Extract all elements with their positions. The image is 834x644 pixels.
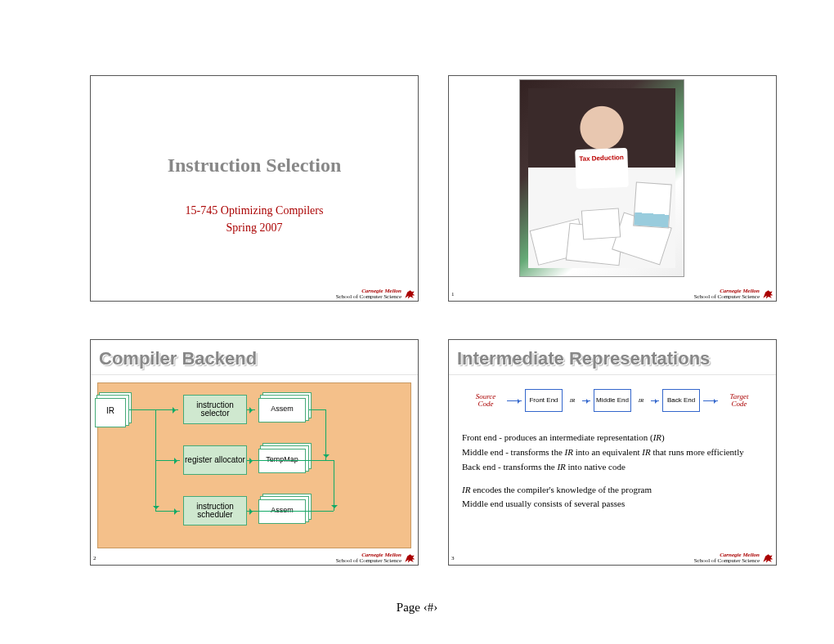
slide1-term: Spring 2007 xyxy=(226,221,283,234)
footer-scs: School of Computer Science xyxy=(694,557,760,564)
slide1-course: 15-745 Optimizing Compilers xyxy=(186,204,324,217)
footer-scs: School of Computer Science xyxy=(694,293,760,300)
footer-scs: School of Computer Science xyxy=(336,557,401,564)
output-assem-1: Assem xyxy=(258,398,306,423)
ir-label: IR xyxy=(634,397,648,404)
slide-2: Tax Deduction 1 Carnegie Mellon School o… xyxy=(448,75,777,302)
page-number: Page ‹#› xyxy=(0,601,834,615)
slide-3: Compiler Backend IR instruction selector… xyxy=(90,339,419,566)
slide-number: 1 xyxy=(451,291,455,297)
dragon-icon xyxy=(404,553,415,563)
dragon-icon xyxy=(762,289,773,299)
back-end-box: Back End xyxy=(662,389,700,412)
front-end-box: Front End xyxy=(525,389,563,412)
slide-grid: Instruction Selection 15-745 Optimizing … xyxy=(0,0,834,566)
source-code-label: Source Code xyxy=(468,393,504,409)
slide-4: Intermediate Representations Source Code… xyxy=(448,339,777,566)
photo-placeholder: Tax Deduction xyxy=(519,79,684,277)
ir-box: IR xyxy=(95,398,126,427)
slide4-diagram: Source Code Front End IR Middle End IR B… xyxy=(455,384,769,417)
slide-footer: 1 Carnegie Mellon School of Computer Sci… xyxy=(450,288,775,300)
stage-instruction-selector: instruction selector xyxy=(183,395,247,424)
slide-1: Instruction Selection 15-745 Optimizing … xyxy=(90,75,419,302)
footer-scs: School of Computer Science xyxy=(336,293,401,300)
slide-number: 2 xyxy=(93,555,96,561)
slide1-title: Instruction Selection xyxy=(91,154,418,177)
slide-footer: 3 Carnegie Mellon School of Computer Sci… xyxy=(450,552,775,564)
ir-label: IR xyxy=(566,397,579,404)
dragon-icon xyxy=(404,289,415,299)
dragon-icon xyxy=(762,553,773,563)
slide1-subtitle: 15-745 Optimizing Compilers Spring 2007 xyxy=(91,202,418,236)
slide3-title: Compiler Backend xyxy=(91,340,418,375)
slide-footer: 2 Carnegie Mellon School of Computer Sci… xyxy=(92,552,417,564)
slide4-body: Front end - produces an intermediate rep… xyxy=(462,432,763,512)
output-assem-2: Assem xyxy=(258,499,306,524)
target-code-label: Target Code xyxy=(721,393,757,409)
middle-end-box: Middle End xyxy=(594,389,631,412)
stage-register-allocator: register allocator xyxy=(183,445,247,475)
output-tempmap: TempMap xyxy=(258,449,306,473)
slide-footer: Carnegie Mellon School of Computer Scien… xyxy=(92,288,417,300)
slide3-diagram: IR instruction selector Assem register a… xyxy=(97,382,411,548)
slide4-title: Intermediate Representations xyxy=(449,340,776,375)
slide-number: 3 xyxy=(451,555,455,561)
stage-instruction-scheduler: instruction scheduler xyxy=(183,496,247,525)
